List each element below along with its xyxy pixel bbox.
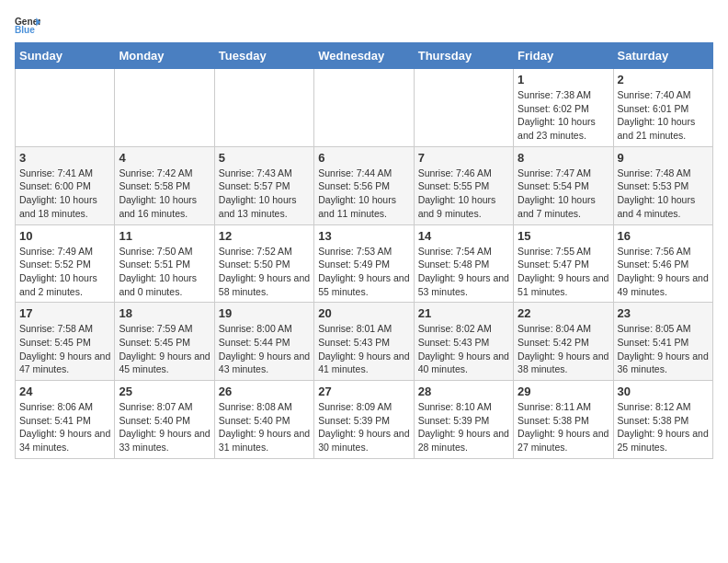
day-number: 19 (219, 306, 310, 320)
day-header-saturday: Saturday (613, 43, 712, 69)
day-info: Sunrise: 7:50 AMSunset: 5:51 PMDaylight:… (119, 245, 210, 299)
calendar-cell: 26Sunrise: 8:08 AMSunset: 5:40 PMDayligh… (214, 381, 313, 459)
calendar-cell: 12Sunrise: 7:52 AMSunset: 5:50 PMDayligh… (214, 224, 313, 303)
day-number: 16 (618, 229, 709, 243)
calendar-cell: 18Sunrise: 7:59 AMSunset: 5:45 PMDayligh… (115, 303, 214, 381)
day-info: Sunrise: 8:09 AMSunset: 5:39 PMDaylight:… (318, 400, 409, 454)
calendar-cell (414, 69, 513, 147)
day-info: Sunrise: 8:06 AMSunset: 5:41 PMDaylight:… (19, 400, 110, 454)
day-info: Sunrise: 7:38 AMSunset: 6:02 PMDaylight:… (518, 88, 609, 143)
day-info: Sunrise: 8:04 AMSunset: 5:42 PMDaylight:… (518, 322, 609, 376)
day-info: Sunrise: 7:43 AMSunset: 5:57 PMDaylight:… (219, 167, 310, 221)
day-number: 23 (618, 306, 709, 320)
calendar-cell: 13Sunrise: 7:53 AMSunset: 5:49 PMDayligh… (314, 224, 414, 303)
day-number: 14 (418, 229, 509, 243)
day-info: Sunrise: 7:49 AMSunset: 5:52 PMDaylight:… (19, 245, 110, 299)
calendar-cell: 27Sunrise: 8:09 AMSunset: 5:39 PMDayligh… (314, 381, 414, 459)
calendar-cell: 22Sunrise: 8:04 AMSunset: 5:42 PMDayligh… (514, 303, 613, 381)
day-number: 4 (119, 151, 210, 165)
day-number: 6 (318, 151, 409, 165)
day-number: 3 (19, 151, 110, 165)
day-number: 1 (518, 73, 609, 86)
calendar-cell: 29Sunrise: 8:11 AMSunset: 5:38 PMDayligh… (514, 381, 613, 459)
calendar-cell: 11Sunrise: 7:50 AMSunset: 5:51 PMDayligh… (115, 224, 214, 303)
calendar-cell: 7Sunrise: 7:46 AMSunset: 5:55 PMDaylight… (414, 146, 513, 224)
day-info: Sunrise: 7:41 AMSunset: 6:00 PMDaylight:… (19, 167, 110, 221)
calendar-cell: 20Sunrise: 8:01 AMSunset: 5:43 PMDayligh… (314, 303, 414, 381)
day-number: 20 (318, 306, 409, 320)
calendar-cell: 25Sunrise: 8:07 AMSunset: 5:40 PMDayligh… (115, 381, 214, 459)
calendar-cell: 6Sunrise: 7:44 AMSunset: 5:56 PMDaylight… (314, 146, 414, 224)
logo-icon: General Blue (15, 15, 40, 35)
day-number: 2 (618, 73, 709, 86)
day-header-thursday: Thursday (414, 43, 513, 69)
day-number: 29 (518, 385, 609, 398)
day-info: Sunrise: 8:07 AMSunset: 5:40 PMDaylight:… (119, 400, 210, 454)
calendar-cell: 4Sunrise: 7:42 AMSunset: 5:58 PMDaylight… (115, 146, 214, 224)
calendar-cell: 15Sunrise: 7:55 AMSunset: 5:47 PMDayligh… (514, 224, 613, 303)
calendar-cell (115, 69, 214, 147)
day-number: 11 (119, 229, 210, 243)
day-info: Sunrise: 8:08 AMSunset: 5:40 PMDaylight:… (219, 400, 310, 454)
calendar-cell (16, 69, 115, 147)
calendar-week-2: 3Sunrise: 7:41 AMSunset: 6:00 PMDaylight… (16, 146, 713, 224)
day-info: Sunrise: 7:52 AMSunset: 5:50 PMDaylight:… (219, 245, 310, 299)
day-info: Sunrise: 7:47 AMSunset: 5:54 PMDaylight:… (518, 167, 609, 221)
day-info: Sunrise: 8:05 AMSunset: 5:41 PMDaylight:… (618, 322, 709, 376)
day-number: 7 (418, 151, 509, 165)
calendar-cell: 17Sunrise: 7:58 AMSunset: 5:45 PMDayligh… (16, 303, 115, 381)
calendar-week-5: 24Sunrise: 8:06 AMSunset: 5:41 PMDayligh… (16, 381, 713, 459)
day-info: Sunrise: 8:11 AMSunset: 5:38 PMDaylight:… (518, 400, 609, 454)
calendar-cell: 2Sunrise: 7:40 AMSunset: 6:01 PMDaylight… (613, 69, 712, 147)
calendar-week-4: 17Sunrise: 7:58 AMSunset: 5:45 PMDayligh… (16, 303, 713, 381)
day-number: 30 (618, 385, 709, 398)
calendar-table: SundayMondayTuesdayWednesdayThursdayFrid… (15, 42, 713, 459)
day-header-tuesday: Tuesday (214, 43, 313, 69)
day-info: Sunrise: 7:40 AMSunset: 6:01 PMDaylight:… (618, 88, 709, 143)
day-number: 15 (518, 229, 609, 243)
calendar-cell: 3Sunrise: 7:41 AMSunset: 6:00 PMDaylight… (16, 146, 115, 224)
calendar-cell: 9Sunrise: 7:48 AMSunset: 5:53 PMDaylight… (613, 146, 712, 224)
day-header-friday: Friday (514, 43, 613, 69)
day-info: Sunrise: 8:10 AMSunset: 5:39 PMDaylight:… (418, 400, 509, 454)
day-info: Sunrise: 7:42 AMSunset: 5:58 PMDaylight:… (119, 167, 210, 221)
day-info: Sunrise: 8:02 AMSunset: 5:43 PMDaylight:… (418, 322, 509, 376)
day-number: 24 (19, 385, 110, 398)
day-number: 9 (618, 151, 709, 165)
calendar-header-row: SundayMondayTuesdayWednesdayThursdayFrid… (16, 43, 713, 69)
day-number: 18 (119, 306, 210, 320)
day-info: Sunrise: 7:58 AMSunset: 5:45 PMDaylight:… (19, 322, 110, 376)
day-number: 21 (418, 306, 509, 320)
day-number: 12 (219, 229, 310, 243)
day-header-monday: Monday (115, 43, 214, 69)
calendar-week-1: 1Sunrise: 7:38 AMSunset: 6:02 PMDaylight… (16, 69, 713, 147)
svg-text:Blue: Blue (15, 25, 35, 35)
calendar-cell: 16Sunrise: 7:56 AMSunset: 5:46 PMDayligh… (613, 224, 712, 303)
day-info: Sunrise: 7:55 AMSunset: 5:47 PMDaylight:… (518, 245, 609, 299)
day-number: 28 (418, 385, 509, 398)
day-header-sunday: Sunday (16, 43, 115, 69)
calendar-cell: 19Sunrise: 8:00 AMSunset: 5:44 PMDayligh… (214, 303, 313, 381)
calendar-week-3: 10Sunrise: 7:49 AMSunset: 5:52 PMDayligh… (16, 224, 713, 303)
page-header: General Blue (15, 15, 713, 35)
day-number: 17 (19, 306, 110, 320)
day-info: Sunrise: 8:01 AMSunset: 5:43 PMDaylight:… (318, 322, 409, 376)
calendar-cell (214, 69, 313, 147)
calendar-cell: 30Sunrise: 8:12 AMSunset: 5:38 PMDayligh… (613, 381, 712, 459)
day-info: Sunrise: 7:56 AMSunset: 5:46 PMDaylight:… (618, 245, 709, 299)
day-header-wednesday: Wednesday (314, 43, 414, 69)
day-info: Sunrise: 7:44 AMSunset: 5:56 PMDaylight:… (318, 167, 409, 221)
day-info: Sunrise: 8:00 AMSunset: 5:44 PMDaylight:… (219, 322, 310, 376)
day-number: 25 (119, 385, 210, 398)
calendar-cell (314, 69, 414, 147)
calendar-cell: 28Sunrise: 8:10 AMSunset: 5:39 PMDayligh… (414, 381, 513, 459)
day-number: 27 (318, 385, 409, 398)
day-number: 26 (219, 385, 310, 398)
day-info: Sunrise: 8:12 AMSunset: 5:38 PMDaylight:… (618, 400, 709, 454)
logo: General Blue (15, 15, 44, 35)
day-number: 5 (219, 151, 310, 165)
day-info: Sunrise: 7:59 AMSunset: 5:45 PMDaylight:… (119, 322, 210, 376)
day-number: 10 (19, 229, 110, 243)
day-number: 13 (318, 229, 409, 243)
calendar-cell: 23Sunrise: 8:05 AMSunset: 5:41 PMDayligh… (613, 303, 712, 381)
